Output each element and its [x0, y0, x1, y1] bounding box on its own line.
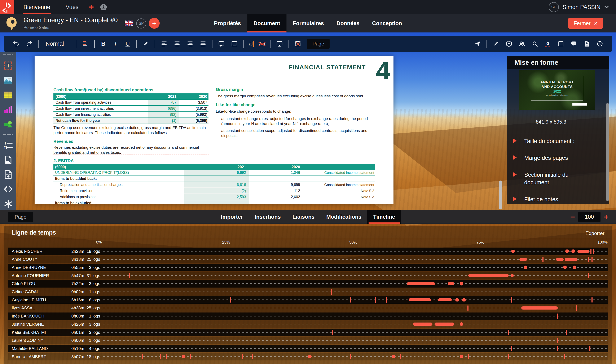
- zoom-out-button[interactable]: −: [570, 213, 575, 221]
- toolbar-divider: [243, 40, 244, 48]
- redo-button[interactable]: [25, 39, 33, 48]
- user-menu[interactable]: SP Simon PASSIN: [549, 0, 616, 14]
- tab-document[interactable]: Document: [247, 14, 287, 32]
- tab-formulaires[interactable]: Formulaires: [287, 14, 330, 32]
- timeline-user-logs: 3 logs: [82, 264, 100, 271]
- code-icon[interactable]: [3, 184, 13, 194]
- italic-button[interactable]: I: [112, 40, 119, 47]
- timeline-row[interactable]: Ilyes ASSAL4h38m25 logs: [8, 304, 608, 312]
- timeline-mark: [511, 274, 514, 277]
- format-panel-item[interactable]: Filet de notes: [513, 196, 592, 203]
- settings-button[interactable]: [98, 0, 109, 14]
- format-brush-button[interactable]: [492, 39, 500, 48]
- timeline-row[interactable]: Antoine FOURNIER5h47m31 logs: [8, 272, 608, 279]
- zoom-level[interactable]: 100: [578, 212, 601, 222]
- tab-proprietes[interactable]: Propriétés: [208, 14, 247, 32]
- timeline-row[interactable]: Chloé PLOU7h22m3 logs: [8, 280, 608, 287]
- inline-format-button[interactable]: al: [249, 41, 254, 47]
- tab-timeline[interactable]: Timeline: [367, 210, 401, 224]
- bold-button[interactable]: B: [100, 40, 107, 47]
- app-logo-icon[interactable]: [0, 0, 14, 14]
- tab-modifications[interactable]: Modifications: [320, 210, 367, 224]
- timeline-mark: [519, 258, 527, 261]
- no-border-button[interactable]: [294, 39, 302, 48]
- comment-button[interactable]: [218, 39, 225, 48]
- tab-donnees[interactable]: Données: [330, 14, 366, 32]
- borders-button[interactable]: [230, 39, 238, 48]
- special-characters-icon[interactable]: [3, 199, 13, 208]
- undo-button[interactable]: [12, 39, 20, 48]
- paragraph-marks-button[interactable]: [81, 39, 89, 48]
- page-icon[interactable]: [3, 155, 13, 165]
- underline-button[interactable]: U: [124, 40, 131, 47]
- timeline-row[interactable]: Justine VERGNE6h26m3 logs: [8, 320, 608, 328]
- timeline-row[interactable]: Laurent ZOMINY0h00m1 logs: [8, 337, 608, 344]
- tab-liaisons[interactable]: Liaisons: [287, 210, 320, 224]
- insert-text-icon[interactable]: T: [3, 61, 13, 70]
- paragraph-style-selector[interactable]: Normal: [44, 41, 71, 47]
- comments-button[interactable]: [570, 39, 578, 48]
- cube-button[interactable]: [505, 39, 513, 48]
- timeline-user-time: 4h38m: [57, 304, 84, 312]
- thumbnail-year: 2022: [553, 90, 561, 93]
- insert-chart-icon[interactable]: [3, 105, 13, 114]
- page-mode-chip[interactable]: Page: [307, 39, 329, 49]
- timeline-row[interactable]: Céline GADAL0h02m1 logs: [8, 288, 608, 296]
- header-cell: 2021: [184, 164, 249, 170]
- page-thumbnail[interactable]: ANNUAL REPORT AND ACCOUNTS 2022 Includin…: [519, 70, 595, 110]
- timeline-row[interactable]: Mathilde BALLAND0h10m4 logs: [8, 345, 608, 352]
- highlight-button[interactable]: [142, 39, 150, 48]
- collaborators-button[interactable]: [518, 39, 526, 48]
- history-button[interactable]: [596, 39, 604, 48]
- preview-button[interactable]: [275, 39, 284, 48]
- clear-format-button[interactable]: Aa: [259, 41, 265, 47]
- page-manager-button[interactable]: [583, 39, 591, 48]
- document-page[interactable]: FINANCIAL STATEMENT 4 Cash flow from/(us…: [35, 56, 393, 204]
- comment-icon: [218, 40, 225, 47]
- zoom-in-button[interactable]: +: [604, 213, 608, 221]
- checkbox-button[interactable]: [557, 39, 565, 48]
- format-panel-item[interactable]: Section initiale du document: [513, 171, 592, 186]
- page-chip[interactable]: Page: [8, 212, 33, 222]
- row-label: Additions to provisions: [53, 194, 184, 200]
- add-view-button[interactable]: +: [85, 0, 98, 14]
- import-page-icon[interactable]: [3, 170, 13, 179]
- tab-conception[interactable]: Conception: [366, 14, 408, 32]
- add-collaborator-button[interactable]: +: [149, 18, 160, 29]
- document-scrollbar[interactable]: [499, 181, 502, 209]
- timeline-row[interactable]: Alexis FISCHER2h28m18 logs: [8, 247, 608, 255]
- timeline-row[interactable]: Inès BAKKOUCH0h00m1 logs: [8, 312, 608, 320]
- insert-table-icon[interactable]: [3, 90, 13, 100]
- timeline-row[interactable]: Anne DEBRUYNE0h55m3 logs: [8, 264, 608, 271]
- insert-shape-icon[interactable]: [3, 119, 13, 129]
- timeline-mark: [577, 250, 590, 253]
- collaborator-avatar[interactable]: SP: [136, 18, 146, 28]
- align-right-button[interactable]: [186, 39, 194, 48]
- search-button[interactable]: [531, 39, 539, 48]
- format-brush-icon: [493, 40, 499, 47]
- timeline-row[interactable]: Katia BELKHATMI0h01m3 logs: [8, 329, 608, 336]
- top-tab-vues[interactable]: Vues: [60, 0, 85, 14]
- toolbar-divider: [76, 40, 76, 48]
- close-button[interactable]: Fermer ×: [568, 18, 603, 29]
- spellcheck-button[interactable]: a: [544, 39, 552, 48]
- justify-button[interactable]: [199, 39, 207, 48]
- send-button[interactable]: [473, 39, 482, 48]
- top-tab-bienvenue[interactable]: Bienvenue: [17, 0, 57, 14]
- align-left-button[interactable]: [160, 39, 168, 48]
- avatar: SP: [549, 2, 559, 12]
- timeline-row[interactable]: Sandra LAMBERT3h07m18 logs: [8, 353, 608, 360]
- header-cell: 2020: [179, 93, 209, 100]
- insert-image-icon[interactable]: [3, 75, 13, 85]
- format-panel-item[interactable]: Taille du document :: [513, 137, 592, 145]
- tab-importer[interactable]: Importer: [215, 210, 249, 224]
- align-center-button[interactable]: [173, 39, 181, 48]
- timeline-row[interactable]: Guylaine LE MITH6h16m8 logs: [8, 296, 608, 304]
- top-bar: Bienvenue Vues + SP Simon PASSIN: [0, 0, 616, 14]
- tab-insertions[interactable]: Insertions: [249, 210, 287, 224]
- format-panel-item[interactable]: Marge des pages: [513, 154, 592, 162]
- numbering-icon[interactable]: III: [3, 140, 13, 150]
- panel-scrollbar[interactable]: [606, 103, 609, 201]
- language-flag-icon[interactable]: [125, 21, 133, 26]
- timeline-row[interactable]: Anne COUTY3h18m25 logs: [8, 256, 608, 263]
